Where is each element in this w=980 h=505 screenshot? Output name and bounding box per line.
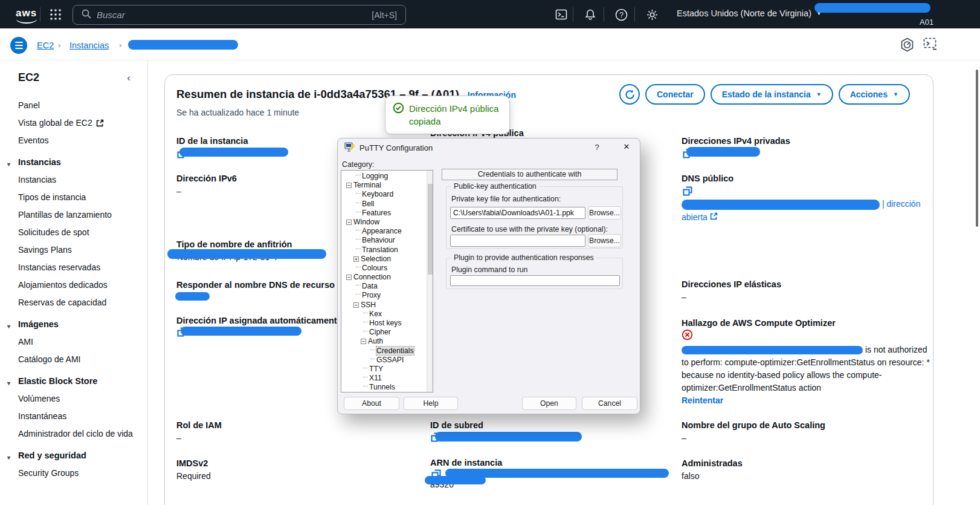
region-label: Estados Unidos (Norte de Virginia)	[677, 8, 811, 18]
instance-state-button[interactable]: Estado de la instancia▼	[711, 84, 833, 105]
help-button[interactable]: Help	[404, 397, 458, 410]
tree-item-terminal[interactable]: −Terminal	[341, 181, 433, 190]
collapse-icon[interactable]: −	[361, 339, 366, 344]
sidebar-item-eventos[interactable]: Eventos	[0, 134, 147, 151]
optimizer-error-text: is not authorized to perform: compute-op…	[682, 344, 936, 407]
collapse-icon[interactable]: −	[346, 183, 352, 188]
open-button[interactable]: Open	[522, 397, 576, 410]
tree-item-bell[interactable]: Bell	[341, 200, 433, 209]
browse-private-key-button[interactable]: Browse...	[588, 206, 621, 220]
tree-item-label: Features	[362, 209, 391, 217]
tree-item-label: Kex	[369, 310, 382, 318]
expand-icon[interactable]: +	[353, 256, 359, 262]
services-grid-icon[interactable]	[50, 8, 62, 23]
hexagon-badge-icon[interactable]	[900, 37, 914, 54]
about-button[interactable]: About	[344, 397, 399, 410]
collapse-icon[interactable]: −	[346, 275, 352, 280]
sidebar-item-solicitudes-de-spot[interactable]: Solicitudes de spot	[0, 226, 147, 243]
plugin-command-input[interactable]	[450, 275, 620, 286]
tree-item-colours[interactable]: Colours	[341, 264, 433, 273]
tree-item-cipher[interactable]: Cipher	[341, 328, 433, 337]
tree-item-label: Translation	[362, 246, 398, 254]
breadcrumb-ec2[interactable]: EC2	[37, 41, 54, 50]
page-scrollbar-thumb[interactable]	[976, 70, 978, 227]
cloudshell-icon[interactable]	[555, 8, 568, 21]
tree-item-tty[interactable]: TTY	[341, 365, 433, 374]
help-icon[interactable]: ?	[614, 8, 628, 21]
tree-item-logging[interactable]: Logging	[341, 172, 433, 181]
copy-icon[interactable]	[683, 186, 692, 196]
divider	[573, 7, 573, 22]
sidebar-item-vista-global-de-ec2[interactable]: Vista global de EC2	[0, 116, 147, 134]
tree-item-ssh[interactable]: −SSH	[341, 301, 433, 310]
sidebar-item-tipos-de-instancia[interactable]: Tipos de instancia	[0, 191, 147, 208]
tree-item-x11[interactable]: X11	[341, 374, 433, 383]
sidebar-item-catalogo-de-ami[interactable]: Catálogo de AMI	[0, 353, 147, 370]
tree-item-proxy[interactable]: Proxy	[341, 291, 433, 300]
tree-item-label: Host keys	[369, 319, 402, 327]
sidebar-item-plantillas-de-lanzamiento[interactable]: Plantillas de lanzamiento	[0, 208, 147, 226]
tree-item-host-keys[interactable]: Host keys	[341, 319, 433, 328]
breadcrumb-instancias[interactable]: Instancias	[69, 41, 109, 50]
dialog-close-button[interactable]: ✕	[621, 142, 633, 151]
tree-item-features[interactable]: Features	[341, 209, 433, 218]
sidebar-item-red-y-seguridad[interactable]: ▾Red y seguridad	[0, 449, 147, 466]
tree-item-tunnels[interactable]: Tunnels	[341, 383, 433, 392]
dialog-help-button[interactable]: ?	[592, 143, 602, 152]
tree-scrollbar-thumb[interactable]	[428, 184, 433, 275]
refresh-button[interactable]	[619, 84, 640, 105]
tree-item-auth[interactable]: −Auth	[341, 337, 433, 346]
notifications-bell-icon[interactable]	[584, 8, 597, 21]
sidebar-item-instancias[interactable]: ▾Instancias	[0, 155, 147, 173]
aws-logo[interactable]: aws	[16, 7, 37, 19]
retry-link[interactable]: Reintentar	[682, 396, 723, 405]
browse-certificate-button[interactable]: Browse...	[588, 234, 621, 247]
arn-redaction-2	[425, 476, 486, 484]
sidebar-item-savings-plans[interactable]: Savings Plans	[0, 243, 147, 261]
sidebar-item-security-groups[interactable]: Security Groups	[0, 466, 147, 484]
sidebar-item-instantaneas[interactable]: Instantáneas	[0, 409, 147, 427]
sidebar-collapse-icon[interactable]: ‹	[127, 72, 131, 84]
tree-scrollbar[interactable]	[427, 171, 433, 392]
cancel-button[interactable]: Cancel	[582, 397, 637, 410]
sidebar-item-reservas-de-capacidad[interactable]: Reservas de capacidad	[0, 296, 147, 313]
section-caret-icon: ▾	[7, 158, 10, 171]
tree-item-connection[interactable]: −Connection	[341, 273, 433, 282]
collapse-icon[interactable]: −	[353, 302, 359, 308]
sidebar-item-administrador-del-ciclo-de-vida[interactable]: Administrador del ciclo de vida	[0, 427, 147, 445]
tree-item-data[interactable]: Data	[341, 282, 433, 291]
actions-button[interactable]: Acciones▼	[839, 84, 910, 105]
private-key-input[interactable]: C:\Users\fabia\Downloads\A01-1.ppk	[450, 207, 585, 219]
sidebar-item-elastic-block-store[interactable]: ▾Elastic Block Store	[0, 374, 147, 392]
sidebar-item-instancias[interactable]: Instancias	[0, 173, 147, 191]
field-arn-label: ARN de instancia	[430, 458, 502, 468]
tree-item-translation[interactable]: Translation	[341, 246, 433, 255]
tree-item-label: Connection	[353, 273, 391, 281]
sidebar-item-volumenes[interactable]: Volúmenes	[0, 392, 147, 409]
tree-item-window[interactable]: −Window	[341, 218, 433, 227]
search-icon	[82, 9, 91, 21]
region-selector[interactable]: Estados Unidos (Norte de Virginia) ▼	[677, 8, 822, 18]
tree-item-behaviour[interactable]: Behaviour	[341, 236, 433, 245]
tree-item-kex[interactable]: Kex	[341, 310, 433, 319]
sidebar-item-ami[interactable]: AMI	[0, 335, 147, 353]
tree-item-selection[interactable]: +Selection	[341, 255, 433, 264]
tree-item-appearance[interactable]: Appearance	[341, 227, 433, 236]
sidebar-item-alojamientos-dedicados[interactable]: Alojamientos dedicados	[0, 278, 147, 296]
connect-button[interactable]: Conectar	[645, 84, 705, 105]
tree-item-keyboard[interactable]: Keyboard	[341, 190, 433, 199]
sidebar-item-imagenes[interactable]: ▾Imágenes	[0, 318, 147, 335]
field-ipv6-label: Dirección IPv6	[176, 174, 237, 183]
tree-item-credentials[interactable]: Credentials	[341, 347, 433, 356]
sidebar-item-label: Plantillas de lanzamiento	[18, 210, 112, 220]
collapse-icon[interactable]: −	[346, 220, 352, 225]
putty-titlebar[interactable]: PuTTY Configuration ? ✕	[338, 138, 640, 157]
search-input[interactable]: Buscar [Alt+S]	[73, 5, 406, 25]
tree-item-gssapi[interactable]: GSSAPI	[341, 356, 433, 365]
sidebar-item-panel[interactable]: Panel	[0, 99, 147, 116]
console-terminal-icon[interactable]	[923, 37, 938, 53]
sidebar-item-instancias-reservadas[interactable]: Instancias reservadas	[0, 261, 147, 278]
menu-hamburger-button[interactable]	[10, 37, 27, 54]
certificate-input[interactable]	[450, 235, 585, 247]
settings-gear-icon[interactable]	[645, 8, 659, 21]
